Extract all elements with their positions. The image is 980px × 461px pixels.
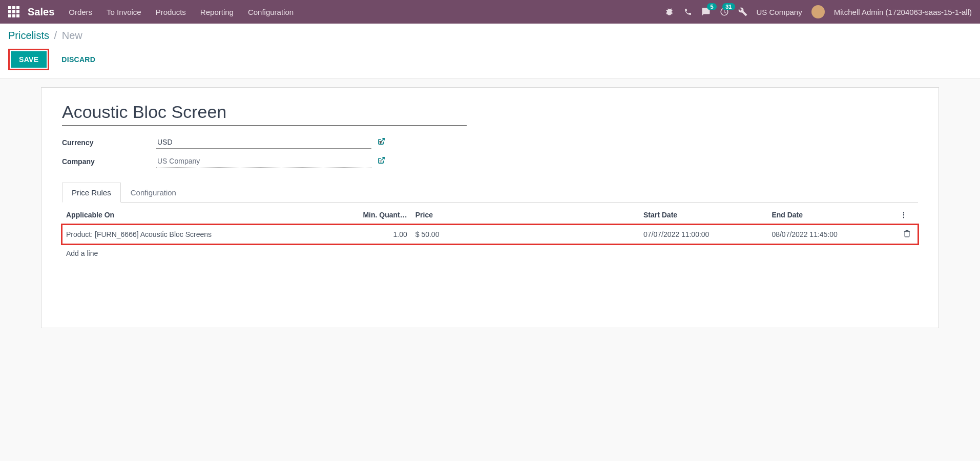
sheet-container: Currency ▼ Company ▼ Price Rules Co [0, 79, 980, 336]
nav-to-invoice[interactable]: To Invoice [107, 8, 141, 16]
company-row: Company ▼ [62, 155, 918, 168]
tab-price-rules[interactable]: Price Rules [62, 183, 121, 203]
table-row[interactable]: Product: [FURN_6666] Acoustic Bloc Scree… [62, 225, 918, 245]
tab-configuration[interactable]: Configuration [121, 183, 186, 203]
breadcrumb-separator: / [54, 30, 57, 41]
messages-badge: 5 [707, 3, 716, 10]
breadcrumb: Pricelists / New [8, 30, 972, 42]
nav-orders[interactable]: Orders [69, 8, 92, 16]
price-rules-table: Applicable On Min. Quant… Price Start Da… [62, 206, 918, 263]
save-button[interactable]: SAVE [11, 51, 47, 68]
nav-products[interactable]: Products [156, 8, 186, 16]
breadcrumb-current: New [62, 30, 82, 41]
messages-icon[interactable]: 5 [701, 7, 711, 16]
delete-row-icon[interactable] [896, 225, 918, 245]
cell-end-date[interactable]: 08/07/2022 11:45:00 [767, 225, 895, 245]
nav-reporting[interactable]: Reporting [200, 8, 234, 16]
cell-applicable-on[interactable]: Product: [FURN_6666] Acoustic Bloc Scree… [62, 225, 340, 245]
nav-menu: Orders To Invoice Products Reporting Con… [69, 8, 665, 16]
phone-icon[interactable] [684, 8, 692, 16]
cell-price[interactable]: $ 50.00 [411, 225, 639, 245]
tabs: Price Rules Configuration [62, 182, 918, 203]
bug-icon[interactable] [665, 7, 675, 16]
company-label: Company [62, 157, 156, 166]
svg-line-0 [381, 138, 384, 142]
col-end-date: End Date [767, 206, 895, 225]
col-min-qty: Min. Quant… [340, 206, 411, 225]
app-brand[interactable]: Sales [28, 6, 54, 18]
cell-min-qty[interactable]: 1.00 [340, 225, 411, 245]
topbar-right: 5 31 US Company Mitchell Admin (17204063… [665, 5, 972, 18]
avatar[interactable] [811, 5, 825, 18]
col-options-icon[interactable]: ⋮ [896, 206, 918, 225]
form-sheet: Currency ▼ Company ▼ Price Rules Co [41, 87, 939, 328]
currency-field[interactable] [156, 136, 371, 149]
external-link-icon[interactable] [378, 137, 385, 147]
col-applicable-on: Applicable On [62, 206, 340, 225]
pricelist-name-input[interactable] [62, 100, 467, 126]
currency-label: Currency [62, 138, 156, 147]
apps-icon[interactable] [8, 6, 19, 17]
col-start-date: Start Date [639, 206, 767, 225]
activities-badge: 31 [722, 3, 735, 10]
tools-icon[interactable] [738, 7, 747, 16]
save-button-highlight: SAVE [8, 49, 49, 70]
user-menu[interactable]: Mitchell Admin (17204063-saas-15-1-all) [834, 8, 972, 16]
external-link-icon[interactable] [378, 156, 385, 166]
currency-row: Currency ▼ [62, 136, 918, 149]
top-navbar: Sales Orders To Invoice Products Reporti… [0, 0, 980, 24]
breadcrumb-parent[interactable]: Pricelists [8, 30, 49, 41]
company-field[interactable] [156, 155, 371, 168]
subheader: Pricelists / New SAVE DISCARD [0, 24, 980, 79]
svg-line-1 [381, 157, 384, 161]
company-selector[interactable]: US Company [757, 8, 802, 16]
add-line-link[interactable]: Add a line [62, 244, 918, 263]
cell-start-date[interactable]: 07/07/2022 11:00:00 [639, 225, 767, 245]
nav-configuration[interactable]: Configuration [248, 8, 294, 16]
action-buttons: SAVE DISCARD [8, 49, 972, 70]
col-price: Price [411, 206, 639, 225]
activities-icon[interactable]: 31 [720, 7, 729, 16]
discard-button[interactable]: DISCARD [55, 51, 101, 68]
